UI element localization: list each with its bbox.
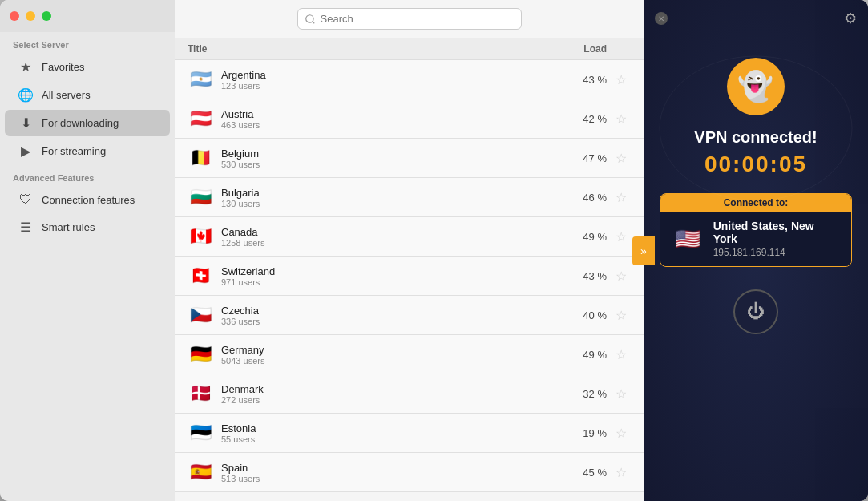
table-row[interactable]: 🇪🇸 Spain 513 users 45 % ☆ [175,453,644,492]
minimize-window-button[interactable] [26,11,35,21]
server-info: Austria 463 users [221,108,559,130]
favorite-star-button[interactable]: ☆ [612,229,631,244]
col-load-header: Load [567,43,631,55]
table-row[interactable]: 🇨🇭 Switzerland 971 users 43 % ☆ [175,257,644,296]
download-icon: ⬇ [18,115,34,131]
server-users: 123 users [221,81,559,91]
sidebar-item-label: All servers [42,89,91,101]
table-row[interactable]: 🇨🇦 Canada 1258 users 49 % ☆ [175,217,644,257]
power-icon: ⏻ [747,301,765,322]
globe-icon: 🌐 [18,87,34,103]
server-load: 19 % [559,427,607,439]
table-header: Title Load [175,38,644,60]
shield-icon: 🛡 [18,192,34,207]
connected-info: United States, New York 195.181.169.114 [713,220,840,258]
favorite-star-button[interactable]: ☆ [612,190,631,205]
table-row[interactable]: 🇧🇪 Belgium 530 users 47 % ☆ [175,139,644,178]
server-users: 5043 users [221,356,559,366]
vpn-timer: 00:00:05 [704,152,807,177]
favorite-star-button[interactable]: ☆ [612,151,631,166]
server-load: 49 % [559,231,607,243]
server-name: Switzerland [221,265,559,277]
server-info: Bulgaria 130 users [221,187,559,208]
favorite-star-button[interactable]: ☆ [612,111,631,127]
play-icon: ▶ [18,143,34,159]
sidebar-item-smart-rules[interactable]: ☰ Smart rules [5,214,170,240]
server-users: 971 users [221,277,559,287]
server-users: 1258 users [221,238,559,248]
vpn-panel: ✕ ⚙ 👻 VPN connected! 00:00:05 Connected … [644,0,868,501]
server-name: Argentina [221,69,559,81]
sidebar-item-for-downloading[interactable]: ⬇ For downloading [5,110,170,136]
logo-circle: 👻 [727,58,785,115]
server-users: 463 users [221,120,559,130]
select-server-label: Select Server [0,32,175,53]
server-name: Estonia [221,422,559,434]
favorite-star-button[interactable]: ☆ [612,465,631,480]
sidebar-item-label: Favorites [42,61,84,73]
server-info: Czechia 336 users [221,305,559,326]
power-button[interactable]: ⏻ [733,289,778,334]
server-info: Estonia 55 users [221,422,559,444]
server-users: 272 users [221,395,559,405]
col-title-header: Title [188,43,567,55]
server-info: Argentina 123 users [221,69,559,91]
favorite-star-button[interactable]: ☆ [612,308,631,323]
collapse-panel-button[interactable]: » [632,236,655,265]
panel-topbar: ✕ ⚙ [644,0,868,34]
table-row[interactable]: 🇦🇹 Austria 463 users 42 % ☆ [175,99,644,139]
server-name: Austria [221,108,559,120]
server-flag: 🇨🇿 [188,302,213,328]
server-flag: 🇪🇪 [188,420,213,446]
server-users: 336 users [221,317,559,326]
app-window: Select Server ★ Favorites 🌐 All servers … [0,0,868,501]
connected-label: Connected to: [660,194,851,212]
table-row[interactable]: 🇨🇿 Czechia 336 users 40 % ☆ [175,296,644,335]
favorite-star-button[interactable]: ☆ [612,72,631,87]
sidebar-item-all-servers[interactable]: 🌐 All servers [5,82,170,108]
favorite-star-button[interactable]: ☆ [612,347,631,362]
panel-close-button[interactable]: ✕ [655,12,668,25]
sidebar-item-for-streaming[interactable]: ▶ For streaming [5,138,170,164]
maximize-window-button[interactable] [42,11,51,21]
server-flag: 🇦🇹 [188,106,213,131]
main-area: Title Load 🇦🇷 Argentina 123 users 43 % ☆… [175,0,644,501]
table-row[interactable]: 🇩🇪 Germany 5043 users 49 % ☆ [175,335,644,374]
sidebar-item-label: For downloading [42,117,119,129]
sidebar: Select Server ★ Favorites 🌐 All servers … [0,0,175,501]
server-flag: 🇧🇬 [188,184,213,210]
sidebar-item-favorites[interactable]: ★ Favorites [5,54,170,80]
server-load: 42 % [559,113,607,125]
server-info: Germany 5043 users [221,344,559,366]
server-flag: 🇨🇭 [188,263,213,289]
connected-server: 🇺🇸 United States, New York 195.181.169.1… [660,212,851,266]
server-name: Belgium [221,147,559,160]
table-row[interactable]: 🇩🇰 Denmark 272 users 32 % ☆ [175,374,644,414]
server-info: Denmark 272 users [221,383,559,405]
settings-button[interactable]: ⚙ [844,10,857,27]
rules-icon: ☰ [18,220,34,235]
sidebar-item-connection-features[interactable]: 🛡 Connection features [5,187,170,212]
favorite-star-button[interactable]: ☆ [612,426,631,441]
server-info: Belgium 530 users [221,147,559,169]
server-users: 55 users [221,434,559,444]
table-row[interactable]: 🇦🇷 Argentina 123 users 43 % ☆ [175,60,644,99]
server-flag: 🇦🇷 [188,67,213,92]
advanced-features-label: Advanced Features [0,165,175,186]
server-load: 46 % [559,192,607,204]
close-window-button[interactable] [10,11,19,21]
server-info: Canada 1258 users [221,226,559,248]
server-name: Czechia [221,305,559,317]
favorite-star-button[interactable]: ☆ [612,269,631,284]
search-input[interactable] [297,8,522,30]
sidebar-item-label: Smart rules [42,221,95,233]
table-row[interactable]: 🇧🇬 Bulgaria 130 users 46 % ☆ [175,178,644,217]
server-flag: 🇪🇸 [188,459,213,485]
server-users: 530 users [221,160,559,169]
favorite-star-button[interactable]: ☆ [612,386,631,402]
server-flag: 🇩🇪 [188,341,213,367]
server-flag: 🇺🇸 [672,223,704,255]
table-row[interactable]: 🇪🇪 Estonia 55 users 19 % ☆ [175,414,644,453]
server-info: Switzerland 971 users [221,265,559,287]
server-name: Germany [221,344,559,356]
